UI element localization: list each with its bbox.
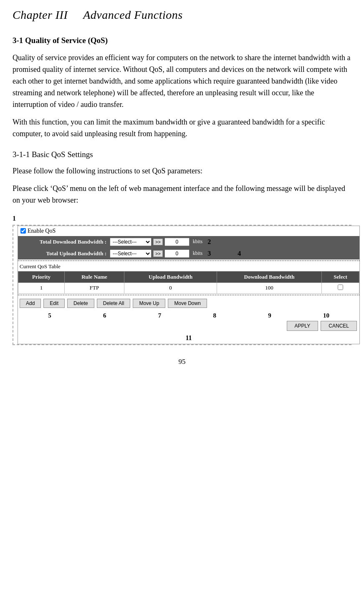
download-select[interactable]: ---Select--- (110, 238, 152, 246)
chapter-label: Chapter III (13, 8, 68, 21)
enable-qos-text: Enable QoS (28, 228, 56, 234)
download-controls: ---Select--- >> kbits 2 (110, 238, 211, 246)
upload-controls: ---Select--- >> kbits 3 4 (110, 249, 241, 258)
cell-download: 100 (217, 282, 322, 293)
cell-priority: 1 (18, 282, 65, 293)
cell-rule-name: FTP (64, 282, 124, 293)
col-priority: Priority (18, 271, 65, 282)
delete-button[interactable]: Delete (67, 299, 94, 308)
row-checkbox[interactable] (338, 285, 343, 290)
move-down-button[interactable]: Move Down (168, 299, 207, 308)
download-bandwidth-row: Total Download Bandwidth : ---Select--- … (18, 236, 359, 248)
qos-ui-container: 1 Enable QoS Total Download Bandwidth : … (13, 214, 351, 345)
callout-9: 9 (268, 312, 271, 319)
add-button[interactable]: Add (20, 299, 41, 308)
col-select: Select (322, 271, 359, 282)
apply-cancel-row: APPLY CANCEL (18, 319, 359, 333)
advanced-functions-label: Advanced Functions (83, 8, 182, 21)
upload-value-input[interactable] (164, 249, 190, 258)
paragraph-2: With this function, you can limit the ma… (13, 117, 351, 140)
callout-8: 8 (213, 312, 216, 319)
sub-heading: 3-1-1 Basic QoS Settings (13, 148, 351, 160)
qos-outer-box: Enable QoS Total Download Bandwidth : --… (13, 225, 351, 345)
paragraph-3: Please follow the following instructions… (13, 165, 351, 177)
callout-4: 4 (238, 250, 241, 257)
section-heading: 3-1 Quality of Service (QoS) (13, 34, 351, 46)
move-up-button[interactable]: Move Up (133, 299, 165, 308)
upload-arrow-btn[interactable]: >> (153, 250, 163, 257)
delete-all-button[interactable]: Delete All (97, 299, 131, 308)
cell-select[interactable] (322, 282, 359, 293)
download-arrow-btn[interactable]: >> (153, 239, 163, 245)
qos-inner-box: Enable QoS Total Download Bandwidth : --… (18, 226, 360, 344)
upload-label: Total Upload Bandwidth : (18, 250, 110, 257)
callout-1: 1 (13, 215, 16, 222)
col-download-bw: Download Bandwidth (217, 271, 322, 282)
table-row: 1 FTP 0 100 (18, 282, 359, 293)
divider-1 (18, 260, 359, 261)
button-callout-numbers: 5 6 7 8 9 10 (18, 312, 359, 319)
upload-bandwidth-row: Total Upload Bandwidth : ---Select--- >>… (18, 248, 359, 259)
upload-unit: kbits (193, 250, 202, 257)
page-number: 95 (13, 358, 351, 366)
qos-table: Priority Rule Name Upload Bandwidth Down… (18, 271, 359, 294)
paragraph-4: Please click ‘QoS’ menu on the left of w… (13, 183, 351, 206)
callout-11: 11 (185, 334, 192, 341)
divider-2 (18, 295, 359, 295)
callout-6: 6 (103, 312, 106, 319)
callout-2: 2 (207, 238, 211, 246)
enable-qos-checkbox[interactable] (20, 228, 26, 234)
download-value-input[interactable] (164, 238, 190, 246)
enable-qos-label[interactable]: Enable QoS (20, 228, 357, 234)
callout-10: 10 (323, 312, 329, 319)
page-title: Chapter III Advanced Functions (13, 8, 351, 22)
cancel-button[interactable]: CANCEL (321, 321, 357, 331)
col-upload-bw: Upload Bandwidth (124, 271, 217, 282)
edit-button[interactable]: Edit (43, 299, 65, 308)
upload-select[interactable]: ---Select--- (110, 249, 152, 258)
callout-7: 7 (158, 312, 162, 319)
download-unit: kbits (193, 239, 202, 245)
current-qos-label: Current QoS Table (18, 262, 359, 271)
callout-5: 5 (48, 312, 51, 319)
callout-11-row: 11 (18, 333, 359, 344)
cell-upload: 0 (124, 282, 217, 293)
callout-3: 3 (207, 250, 211, 257)
enable-qos-row: Enable QoS (18, 226, 359, 236)
table-header-row: Priority Rule Name Upload Bandwidth Down… (18, 271, 359, 282)
col-rule-name: Rule Name (64, 271, 124, 282)
apply-button[interactable]: APPLY (287, 321, 318, 331)
download-label: Total Download Bandwidth : (18, 239, 110, 245)
paragraph-1: Quality of service provides an efficient… (13, 52, 351, 110)
action-buttons-row: Add Edit Delete Delete All Move Up Move … (18, 296, 359, 310)
